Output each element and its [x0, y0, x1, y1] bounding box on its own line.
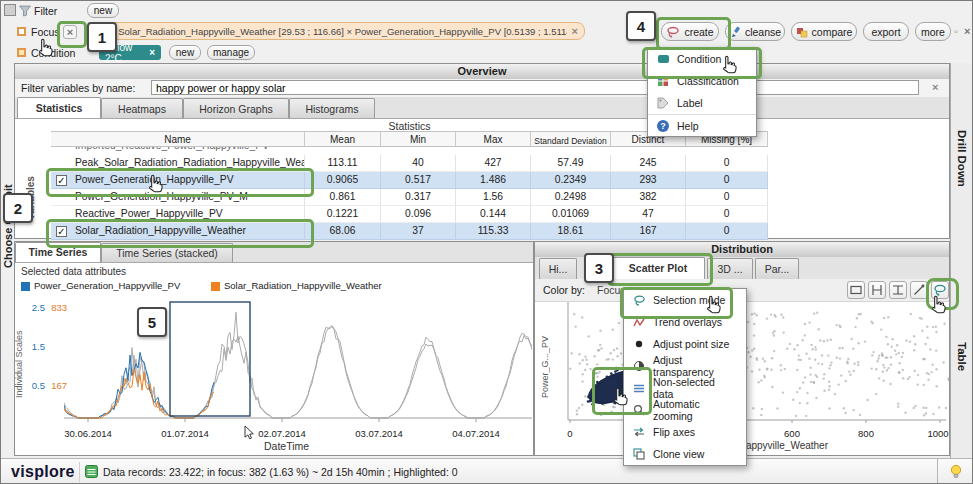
ts-xtick: 04.07.2014	[446, 428, 506, 439]
window-icon[interactable]	[4, 4, 16, 16]
cursor-hand-scatter-cluster	[612, 387, 629, 409]
create-button[interactable]: create	[661, 22, 719, 41]
tab-time-series[interactable]: Time Series	[15, 242, 101, 262]
scatter-menu: Selection mode Trend overlays Adjust poi…	[623, 288, 747, 466]
cursor-hand-selection-mode	[705, 295, 722, 317]
scatter-y-axis-label: Power_G..._PV	[539, 322, 551, 412]
col-min[interactable]: Min	[381, 132, 456, 146]
sc-xtick: 600	[780, 428, 804, 439]
legend-label-power: Power_Generation_Happyville_PV	[34, 280, 180, 291]
tab-statistics[interactable]: Statistics	[17, 97, 101, 118]
new-condition-button[interactable]: new	[169, 45, 201, 60]
visplore-window: Filter new Focus × on Solar_Radiation_Ha…	[0, 0, 973, 484]
callout-5: 5	[137, 307, 167, 337]
sidebar-choose-cockpit[interactable]: Choose Cockpit	[1, 141, 15, 311]
sidebar-drill-down[interactable]: Drill Down	[951, 76, 972, 241]
menu-item-non-selected-data[interactable]: Non-selected data	[624, 377, 746, 399]
more-button[interactable]: more	[915, 22, 951, 41]
focus-label: Focus	[31, 26, 60, 38]
tab-scatter-plot[interactable]: Scatter Plot	[611, 257, 705, 279]
status-text: Data records: 23.422; in focus: 382 (1.6…	[103, 466, 458, 478]
overview-panel: Overview Filter variables by name: × Sta…	[14, 63, 950, 239]
focus-icon	[17, 27, 26, 36]
ts-xtick: 03.07.2014	[349, 428, 409, 439]
tab-heatmaps[interactable]: Heatmaps	[101, 98, 183, 118]
selected-attributes-label: Selected data attributes	[21, 266, 126, 277]
color-by-value[interactable]: Focus	[597, 284, 626, 296]
remove-focus-button[interactable]: ×	[63, 25, 77, 39]
ts-y-axis-label: Individual Scales	[13, 304, 25, 424]
menu-item-adjust-point-size[interactable]: Adjust point size	[624, 333, 746, 355]
ts-ytick: 1.5	[27, 341, 45, 352]
brush-icon	[729, 26, 741, 38]
layers-icon	[632, 381, 646, 395]
tab-time-series-stacked[interactable]: Time Series (stacked)	[101, 243, 233, 262]
focus-pill-close-icon[interactable]: ×	[572, 26, 578, 37]
menu-item-automatic-zooming[interactable]: Automatic zooming	[624, 399, 746, 421]
col-max[interactable]: Max	[456, 132, 531, 146]
transparency-icon	[632, 359, 646, 373]
clear-filter-icon[interactable]: ×	[932, 82, 938, 93]
rect-select-icon[interactable]	[847, 281, 865, 299]
sc-xtick: 0	[565, 428, 575, 439]
ts-x-axis-label[interactable]: DateTime	[264, 440, 309, 452]
menu-item-label[interactable]: Label	[648, 92, 756, 114]
sc-xtick: 800	[854, 428, 878, 439]
data-table-icon	[85, 465, 98, 480]
line-select-icon[interactable]	[910, 281, 928, 299]
tab-horizon-graphs[interactable]: Horizon Graphs	[183, 98, 289, 118]
menu-item-selection-mode[interactable]: Selection mode	[624, 289, 746, 311]
col-name[interactable]: Name	[51, 132, 305, 146]
cursor-hand-row-power	[147, 174, 164, 196]
col-mean[interactable]: Mean	[305, 132, 381, 146]
compare-icon	[796, 26, 808, 38]
menu-item-flip-axes[interactable]: Flip axes	[624, 421, 746, 443]
cleanse-button[interactable]: cleanse	[725, 22, 785, 41]
callout-4: 4	[626, 11, 656, 41]
tab-histogram[interactable]: Hi...	[539, 258, 577, 279]
help-icon: ?	[656, 119, 670, 133]
sidebar-table[interactable]: Table	[951, 319, 972, 394]
status-bar: visplore Data records: 23.422; in focus:…	[1, 458, 973, 484]
timeseries-chart[interactable]	[64, 298, 532, 424]
y-range-select-icon[interactable]	[889, 281, 907, 299]
magnifier-icon	[632, 403, 646, 417]
color-by-label: Color by:	[543, 284, 585, 296]
tab-parallel-coordinates[interactable]: Par...	[755, 258, 799, 279]
table-row[interactable]: Peak_Solar_Radiation_Radiation_Happyvill…	[51, 155, 768, 172]
menu-item-condition[interactable]: Condition	[648, 48, 756, 70]
focus-pill[interactable]: on Solar_Radiation_Happyville_Weather [2…	[98, 22, 585, 40]
visplore-logo: visplore	[11, 463, 75, 481]
export-button[interactable]: export	[863, 22, 909, 41]
status-divider	[79, 462, 80, 482]
compare-button[interactable]: compare	[791, 22, 857, 41]
flip-axes-icon	[632, 425, 646, 439]
unpin-icon[interactable]: ▫	[954, 25, 963, 38]
filter-label: Filter	[34, 5, 57, 17]
col-std[interactable]: Standard Deviation	[531, 132, 611, 146]
tab-histograms[interactable]: Histograms	[289, 98, 375, 118]
menu-item-classification[interactable]: Classification	[648, 70, 756, 92]
ts-ytick: 2.5	[27, 302, 45, 313]
overview-title: Overview	[15, 64, 949, 80]
ts-xtick: 01.07.2014	[155, 428, 215, 439]
lightbulb-icon[interactable]	[949, 464, 963, 482]
x-range-select-icon[interactable]	[868, 281, 886, 299]
trend-zigzag-icon	[632, 315, 646, 329]
menu-item-help[interactable]: ? Help	[648, 114, 756, 136]
variable-filter-input[interactable]	[151, 80, 919, 95]
condition-badge-close-icon[interactable]: ×	[149, 47, 155, 58]
table-row[interactable]: Reactive_Power_Happyville_PV 0.1221 0.09…	[51, 206, 768, 223]
create-menu: Condition Classification Label ? Help	[647, 47, 757, 137]
menu-item-adjust-transparency[interactable]: Adjust transparency	[624, 355, 746, 377]
new-filter-button[interactable]: new	[87, 3, 119, 18]
classification-icon	[656, 74, 670, 88]
table-row-selected[interactable]: ✓ Solar_Radiation_Happyville_Weather 68.…	[51, 223, 768, 240]
ts-xtick: 30.06.2014	[58, 428, 118, 439]
toolbar-close-icon[interactable]: ×	[964, 25, 973, 38]
tab-3d[interactable]: 3D ...	[707, 258, 753, 279]
manage-conditions-button[interactable]: manage	[207, 45, 255, 60]
legend-label-solar: Solar_Radiation_Happyville_Weather	[224, 280, 382, 291]
menu-item-clone-view[interactable]: Clone view	[624, 443, 746, 465]
menu-item-trend-overlays[interactable]: Trend overlays	[624, 311, 746, 333]
